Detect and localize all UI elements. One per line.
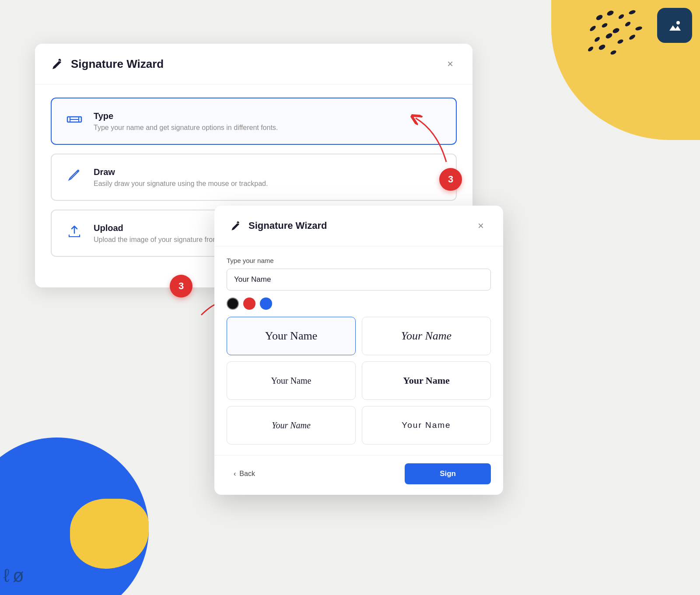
name-input-label: Type your name bbox=[227, 257, 491, 264]
wizard-foreground-dialog: Signature Wizard × Type your name Your N… bbox=[214, 206, 503, 495]
app-icon-svg bbox=[664, 15, 685, 36]
fg-close-button[interactable]: × bbox=[474, 218, 487, 234]
badge-bottom: 3 bbox=[170, 275, 192, 298]
fg-wizard-content: Type your name Your Name Your Name Your … bbox=[214, 246, 503, 455]
sig-text-5: Your Name bbox=[272, 420, 311, 430]
svg-point-3 bbox=[628, 10, 636, 15]
wizard-footer: ‹ Back Sign bbox=[214, 455, 503, 495]
sig-text-6: Your Name bbox=[402, 420, 451, 430]
badge-bottom-value: 3 bbox=[178, 280, 184, 292]
bg-wizard-header: Signature Wizard × bbox=[35, 44, 472, 84]
type-label: Type bbox=[94, 111, 278, 121]
upload-icon bbox=[66, 223, 83, 244]
sig-card-4[interactable]: Your Name bbox=[362, 361, 491, 400]
sig-card-2[interactable]: Your Name bbox=[362, 317, 491, 355]
svg-point-14 bbox=[598, 44, 606, 51]
type-option-text: Type Type your name and get signature op… bbox=[94, 111, 278, 132]
upload-label: Upload bbox=[94, 223, 224, 233]
badge-top-right-value: 3 bbox=[448, 174, 453, 185]
sig-text-2: Your Name bbox=[401, 329, 452, 343]
sig-text-3: Your Name bbox=[271, 376, 312, 386]
svg-point-12 bbox=[628, 34, 636, 41]
name-input[interactable] bbox=[227, 269, 491, 290]
upload-option-text: Upload Upload the image of your signatur… bbox=[94, 223, 224, 244]
svg-point-1 bbox=[606, 10, 615, 17]
svg-point-13 bbox=[587, 46, 594, 52]
draw-icon bbox=[66, 167, 83, 188]
sign-button[interactable]: Sign bbox=[405, 463, 491, 484]
fg-wizard-title: Signature Wizard bbox=[230, 220, 327, 232]
svg-point-8 bbox=[635, 26, 643, 31]
sig-card-3[interactable]: Your Name bbox=[227, 361, 356, 400]
bg-wizard-title: Signature Wizard bbox=[51, 57, 164, 71]
squiggle-decoration: ∫ © ℓ ø bbox=[0, 565, 23, 586]
sig-text-4: Your Name bbox=[403, 375, 450, 386]
svg-point-5 bbox=[601, 22, 608, 28]
svg-point-7 bbox=[624, 21, 631, 28]
pen-icon bbox=[51, 57, 65, 71]
badge-top-right: 3 bbox=[439, 168, 462, 191]
back-button[interactable]: ‹ Back bbox=[227, 466, 262, 482]
type-description: Type your name and get signature options… bbox=[94, 124, 278, 132]
svg-point-0 bbox=[595, 14, 604, 21]
signature-grid: Your Name Your Name Your Name Your Name … bbox=[227, 317, 491, 444]
app-icon bbox=[657, 8, 692, 43]
sig-card-1[interactable]: Your Name bbox=[227, 317, 356, 355]
draw-option-text: Draw Easily draw your signature using th… bbox=[94, 167, 268, 188]
upload-description: Upload the image of your signature from.… bbox=[94, 236, 224, 244]
color-black[interactable] bbox=[227, 298, 239, 310]
color-blue[interactable] bbox=[260, 298, 272, 310]
svg-point-9 bbox=[594, 36, 601, 42]
color-options bbox=[227, 298, 491, 310]
svg-point-6 bbox=[612, 27, 620, 34]
color-red[interactable] bbox=[243, 298, 256, 310]
svg-point-11 bbox=[617, 38, 624, 44]
fg-wizard-title-text: Signature Wizard bbox=[248, 220, 327, 231]
draw-label: Draw bbox=[94, 167, 268, 177]
fg-pen-icon bbox=[230, 220, 242, 232]
bg-wizard-title-text: Signature Wizard bbox=[71, 57, 164, 71]
svg-point-16 bbox=[676, 21, 680, 24]
back-label: Back bbox=[239, 470, 255, 478]
bg-close-button[interactable]: × bbox=[444, 56, 457, 72]
svg-point-4 bbox=[589, 25, 596, 32]
sig-text-1: Your Name bbox=[265, 329, 317, 343]
fg-wizard-header: Signature Wizard × bbox=[214, 206, 503, 246]
draw-description: Easily draw your signature using the mou… bbox=[94, 180, 268, 188]
svg-point-15 bbox=[610, 49, 617, 55]
sig-card-5[interactable]: Your Name bbox=[227, 406, 356, 444]
type-option-card[interactable]: Type Type your name and get signature op… bbox=[51, 98, 457, 145]
sig-card-6[interactable]: Your Name bbox=[362, 406, 491, 444]
type-icon bbox=[66, 111, 83, 132]
draw-option-card[interactable]: Draw Easily draw your signature using th… bbox=[51, 154, 457, 201]
chevron-left-icon: ‹ bbox=[234, 470, 236, 478]
svg-point-2 bbox=[618, 14, 625, 20]
svg-point-10 bbox=[605, 32, 613, 40]
